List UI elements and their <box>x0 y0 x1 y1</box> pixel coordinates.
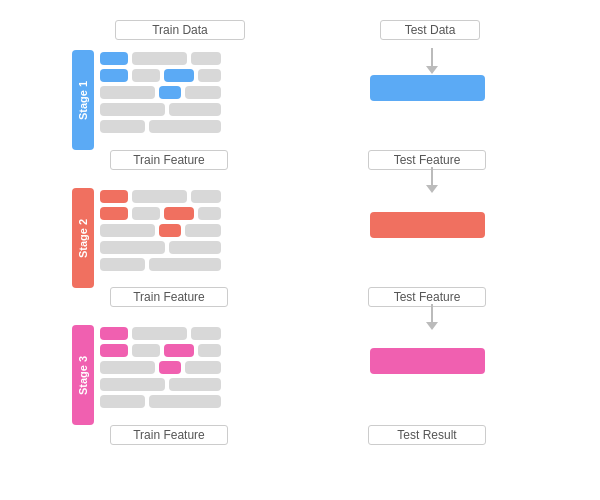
train-cell <box>132 344 160 357</box>
train-cell <box>132 52 187 65</box>
train-cell <box>132 327 187 340</box>
stage-2-label: Stage 2 <box>72 188 94 288</box>
train-data-header: Train Data <box>115 20 245 40</box>
train-cell <box>100 190 128 203</box>
train-cell <box>100 344 128 357</box>
test-result-label: Test Result <box>368 425 486 445</box>
train-cell <box>100 395 145 408</box>
arrow-test-1 <box>426 48 438 74</box>
train-cell <box>100 86 155 99</box>
train-cell <box>100 241 165 254</box>
train-cell <box>100 120 145 133</box>
train-cell <box>149 395 221 408</box>
train-cell <box>191 327 221 340</box>
train-feature-label-1: Train Feature <box>110 150 228 170</box>
train-cell <box>185 86 221 99</box>
train-cell <box>132 69 160 82</box>
train-cell <box>159 224 181 237</box>
train-feature-label-3: Train Feature <box>110 425 228 445</box>
train-cell <box>164 344 194 357</box>
train-cell <box>191 190 221 203</box>
train-cell <box>100 361 155 374</box>
train-feature-label-2: Train Feature <box>110 287 228 307</box>
train-cell <box>198 207 221 220</box>
arrow-test-12 <box>426 167 438 193</box>
train-cell <box>100 103 165 116</box>
train-cell <box>185 224 221 237</box>
diagram: Train Data Test Data Stage 1 Train Featu… <box>20 10 580 490</box>
train-cell <box>100 207 128 220</box>
train-cell <box>159 86 181 99</box>
train-cell <box>132 190 187 203</box>
train-cell <box>169 241 221 254</box>
arrow-test-23 <box>426 304 438 330</box>
train-cell <box>149 120 221 133</box>
train-cell <box>100 224 155 237</box>
train-cell <box>159 361 181 374</box>
train-cell <box>164 207 194 220</box>
train-cell <box>185 361 221 374</box>
train-cell <box>100 258 145 271</box>
train-cell <box>100 327 128 340</box>
train-cell <box>149 258 221 271</box>
test-block-3 <box>370 348 485 374</box>
train-cell <box>198 344 221 357</box>
train-cell <box>164 69 194 82</box>
test-data-header: Test Data <box>380 20 480 40</box>
train-cell <box>169 103 221 116</box>
train-cell <box>191 52 221 65</box>
test-block-2 <box>370 212 485 238</box>
train-cell <box>100 52 128 65</box>
stage-3-label: Stage 3 <box>72 325 94 425</box>
train-cell <box>100 69 128 82</box>
train-cell <box>100 378 165 391</box>
train-cell <box>169 378 221 391</box>
test-block-1 <box>370 75 485 101</box>
train-cell <box>132 207 160 220</box>
stage-1-label: Stage 1 <box>72 50 94 150</box>
train-cell <box>198 69 221 82</box>
